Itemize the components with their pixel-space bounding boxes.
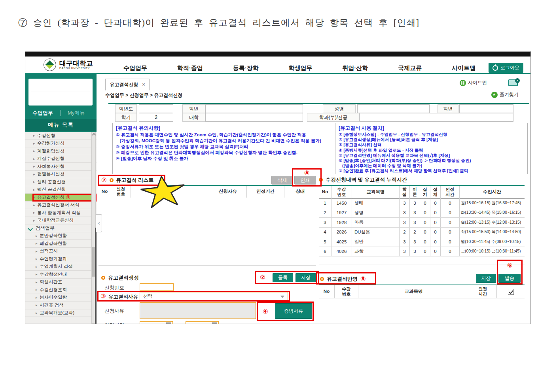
- course-row[interactable]: 4 2026 DU실용 2 2 0 0 0 화(15:00~15:50) 목(1…: [319, 228, 525, 237]
- notice-right-title: [유고결석 사용 절차]: [339, 125, 524, 132]
- select-all-checkbox[interactable]: [508, 289, 514, 295]
- period-end-input[interactable]: [186, 321, 219, 324]
- sidebar-item[interactable]: ▸ 계절수강신청: [25, 155, 97, 163]
- scrollbar-thumb[interactable]: [92, 247, 95, 277]
- calendar-icon: [166, 322, 171, 324]
- register-button[interactable]: 등록: [273, 273, 293, 282]
- print-button[interactable]: 인쇄: [294, 176, 316, 185]
- sidebar-item[interactable]: ▸ 학생시간표: [25, 279, 97, 286]
- college-input[interactable]: [205, 113, 303, 122]
- evidence-button[interactable]: 증빙서류: [275, 303, 312, 319]
- logout-button[interactable]: 로그아웃: [489, 63, 523, 73]
- sidebar-item[interactable]: ▸ 생리 공결신청: [25, 178, 97, 186]
- app-window: 대구대학교 DAEGU UNIVERSITY 수업업무학적·졸업등록·장학학생업…: [25, 51, 531, 324]
- sidebar-item[interactable]: ▸ 수강신청: [25, 132, 97, 140]
- sidebar-item[interactable]: ▸ 교과목개요(교과): [25, 309, 97, 317]
- sidebar-item[interactable]: ▸ 분반강좌현황: [25, 232, 97, 240]
- nav-item[interactable]: 사이트맵: [452, 64, 475, 72]
- sidebar-item[interactable]: ▸ 봉사이수열람: [25, 294, 97, 302]
- sidebar-item[interactable]: ▸ 백신 공결신청: [25, 186, 97, 194]
- close-all-tabs-icon[interactable]: [508, 79, 518, 88]
- favorite-star-icon: [491, 92, 498, 98]
- course-table-title: 수강신청내역 및 유고결석 누적시간: [326, 176, 407, 183]
- university-name-en: DAEGU UNIVERSITY: [59, 67, 93, 70]
- sidebar-item[interactable]: ▸ 수강허가신청: [25, 140, 97, 148]
- college-label: 대학: [182, 113, 205, 122]
- sidebar-item[interactable]: ▸ 폐강강좌현황: [25, 240, 97, 248]
- grade-input[interactable]: [459, 104, 513, 113]
- sidebar-menu-search-group: ▸ 분반강좌현황 ▸ 폐강강좌현황 ▸ 성적공시: [25, 232, 97, 317]
- sidebar-item-absence-apply[interactable]: ▸ 유고결석신청 ①: [25, 194, 97, 202]
- course-row[interactable]: 5 4025 일반 3 3 0 0 0 월(10:30~11:45) 수(09:…: [319, 237, 525, 247]
- sidebar-item[interactable]: ▸ 수업계획서 검색: [25, 263, 97, 271]
- course-table-header: No 수강 번호 교과목명 학 점 이 론 실 기 설 계 인정 시간 수업시간: [319, 186, 525, 199]
- grade-label: 학년: [438, 104, 458, 113]
- content-area: < 유고결석신청 × 사이트맵 수업업무 > 신청업무 > 유고결석신청 즐겨찾…: [97, 74, 530, 324]
- sidebar-item[interactable]: ▸ 성적공시: [25, 248, 97, 256]
- course-table-title-row: 수강신청내역 및 유고결석 누적시간: [319, 176, 407, 183]
- apply-no-input[interactable]: [140, 283, 174, 291]
- sidebar-item[interactable]: ▸ 사회봉사신청: [25, 163, 97, 171]
- annotation-2: ②: [260, 274, 265, 281]
- sidebar-item[interactable]: ▸ 헌혈봉사신청: [25, 171, 97, 179]
- sidebar-menu-mid-group: ▸ 유고결석신청서 서식 ▸ 봉사 활동계획서 작성 ▸ 국내학점교류신청: [25, 202, 97, 225]
- name-input[interactable]: [357, 104, 430, 113]
- sidebar-item[interactable]: ▸ 봉사 활동계획서 작성: [25, 209, 97, 217]
- year-input[interactable]: [139, 104, 173, 113]
- send-button[interactable]: 발송: [498, 274, 521, 283]
- notice-panel: [유고결석 유의사항] ① 유고결석 적용은 대면수업 및 실시간 Zoom 수…: [112, 123, 528, 174]
- scroll-up-icon[interactable]: [92, 133, 96, 137]
- reason-select[interactable]: 선택: [140, 292, 288, 300]
- sidebar-item[interactable]: ▸ 수강신청조회: [25, 286, 97, 294]
- apply-save-button[interactable]: 저장: [476, 274, 496, 283]
- nav-item[interactable]: 등록·장학: [233, 64, 259, 72]
- nav-item[interactable]: 국제교류: [398, 64, 422, 72]
- notice-line: ([발송]이후에는 데이터 수정 및 삭제 불가): [339, 163, 524, 168]
- sidebar-tab-work[interactable]: 수업업무: [32, 109, 53, 117]
- nav-item[interactable]: 수업업무: [123, 64, 147, 72]
- nav-item[interactable]: 학적·졸업: [177, 64, 203, 72]
- sidebar-tab-my[interactable]: My메뉴: [68, 109, 85, 117]
- chevron-down-icon: [28, 226, 33, 231]
- apply-reason-textarea[interactable]: [140, 302, 256, 319]
- window-top-bar: [25, 52, 530, 57]
- studentid-input[interactable]: [205, 104, 303, 113]
- delete-button[interactable]: 삭제: [271, 176, 293, 185]
- tab-close-icon[interactable]: ×: [142, 82, 145, 87]
- sitemap-shortcut[interactable]: 사이트맵: [460, 79, 487, 86]
- course-row[interactable]: 6 4026 과학 3 3 0 0 0 금(09:00~10:15) 금(10:…: [319, 247, 525, 257]
- period-label: 인정기간: [104, 322, 124, 324]
- sidebar-user-card: [28, 79, 93, 106]
- course-row[interactable]: 1 1450 생태 3 3 0 0 0 월(15:00~16:15) 월(16:…: [319, 198, 525, 208]
- absence-apply-title: 유고결석반영: [327, 275, 358, 283]
- star-annotation: [138, 173, 188, 209]
- dept-input[interactable]: [360, 113, 513, 122]
- annotation-1: ①: [66, 194, 70, 200]
- main-nav: 수업업무학적·졸업등록·장학학생업무취업·산학국제교류사이트맵: [123, 64, 475, 72]
- notice-left-title: [유고결석 유의사항]: [116, 125, 332, 132]
- triangle-icon: ▸: [33, 219, 35, 222]
- semester-input[interactable]: [139, 113, 173, 122]
- course-row[interactable]: 3 1928 아동 3 3 0 0 0 월(12:00~13:15) 수(12:…: [319, 218, 525, 228]
- course-row[interactable]: 2 1927 생명 3 3 0 0 0 화(13:30~14:45) 목(15:…: [319, 208, 525, 218]
- sidebar-collapse-handle[interactable]: <: [96, 214, 102, 232]
- absence-create-title-row: 유고결석생성: [101, 274, 139, 281]
- sidebar-item[interactable]: ▸ 유고결석신청서 서식: [25, 202, 97, 209]
- sidebar-group-search[interactable]: 검색업무: [25, 224, 97, 232]
- favorite-button[interactable]: 즐겨찾기: [491, 91, 519, 98]
- nav-item[interactable]: 취업·산학: [342, 64, 368, 72]
- sidebar-item[interactable]: ▸ 계절희망신청: [25, 147, 97, 155]
- sidebar-item[interactable]: ▸ 국내학점교류신청: [25, 217, 97, 225]
- create-save-button[interactable]: 저장: [295, 273, 316, 282]
- sidebar-item[interactable]: ▸ 수강학점안내: [25, 271, 97, 279]
- sidebar-item[interactable]: ▸ 수업평가결과: [25, 255, 97, 263]
- nav-item[interactable]: 학생업무: [288, 64, 312, 72]
- sidebar-item[interactable]: ▸ 시간표 검색: [25, 302, 97, 309]
- triangle-icon: ▸: [36, 288, 38, 292]
- tab-absence-apply[interactable]: 유고결석신청 ×: [105, 79, 150, 90]
- period-start-input[interactable]: [140, 321, 173, 324]
- chevron-down-icon: [280, 296, 284, 298]
- absence-list-empty: [98, 198, 316, 263]
- sidebar-item-clipped[interactable]: [25, 317, 97, 324]
- form-top-divider: [108, 103, 529, 104]
